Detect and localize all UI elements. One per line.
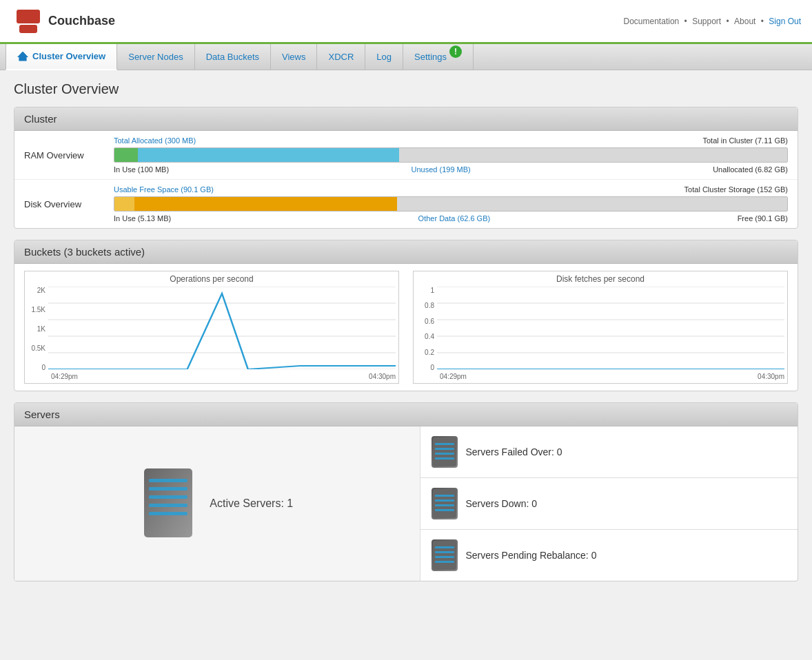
servers-down-text: Servers Down: 0 [466,498,538,509]
ops-y-1k: 1K [28,325,45,333]
disk-overview-label: Disk Overview [24,199,114,209]
ram-bar-footer: In Use (100 MB) Unused (199 MB) Unalloca… [114,165,788,174]
sep3: • [761,17,767,26]
svg-rect-30 [433,541,456,570]
sep1: • [684,17,690,26]
df-y-0-2: 0.2 [416,349,434,356]
disk-overview-row: Disk Overview Usable Free Space (90.1 GB… [14,180,798,228]
ops-chart: Operations per second 2K 1.5K 1K 0.5K 0 [24,271,399,384]
nav-views[interactable]: Views [271,44,317,70]
disk-fetches-chart-svg-wrap [437,287,784,371]
ops-chart-svg-wrap [48,287,396,371]
nav-log-label: Log [376,52,392,62]
documentation-link[interactable]: Documentation [624,17,680,26]
main-content: Cluster Overview Cluster RAM Overview To… [0,70,812,604]
nav-views-label: Views [282,52,305,62]
charts-row: Operations per second 2K 1.5K 1K 0.5K 0 [14,264,798,391]
disk-fetches-chart-svg [437,287,784,369]
ops-y-0: 0 [28,364,45,371]
disk-inuse-label: In Use (5.13 MB) [114,214,171,223]
disk-free-label: Free (90.1 GB) [738,214,788,223]
servers-failed-over-row: Servers Failed Over: 0 [420,426,798,478]
ram-bar-unused [138,148,399,162]
svg-rect-34 [435,561,454,563]
df-x-start: 04:29pm [440,373,467,380]
buckets-section: Buckets (3 buckets active) Operations pe… [14,240,798,391]
disk-fetches-chart-yaxis: 1 0.8 0.6 0.4 0.2 0 [416,287,437,371]
df-y-0-8: 0.8 [416,302,434,309]
nav-data-buckets-label: Data Buckets [206,52,259,62]
disk-fetches-chart: Disk fetches per second 1 0.8 0.6 0.4 0.… [413,271,788,384]
svg-rect-19 [149,512,187,515]
svg-rect-26 [435,495,454,497]
ops-chart-area: 2K 1.5K 1K 0.5K 0 [28,287,396,371]
ram-unallocated-label: Unallocated (6.82 GB) [713,165,788,174]
servers-failed-over-icon [432,436,458,468]
signout-link[interactable]: Sign Out [769,17,801,26]
ops-chart-title: Operations per second [28,274,396,284]
logo-area: Couchbase [11,4,115,39]
servers-pending-label: Servers Pending Rebalance: [466,550,589,561]
svg-rect-29 [435,509,454,511]
ops-x-end: 04:30pm [369,373,396,380]
ram-total-allocated: Total Allocated (300 MB) [114,136,196,145]
servers-pending-text: Servers Pending Rebalance: 0 [466,550,597,561]
nav-server-nodes-label: Server Nodes [128,52,183,62]
nav-cluster-overview[interactable]: Cluster Overview [6,44,117,70]
disk-bar-container [114,196,788,212]
servers-failed-over-value: 0 [557,446,562,457]
logo-text: Couchbase [48,14,115,28]
servers-section: Servers [14,402,798,581]
active-servers-count: 1 [287,497,293,509]
servers-pending-icon [432,539,458,571]
servers-pending-row: Servers Pending Rebalance: 0 [420,530,798,581]
svg-rect-23 [435,453,454,455]
servers-down-value: 0 [531,498,537,509]
svg-rect-32 [435,551,454,553]
disk-bar-footer: In Use (5.13 MB) Other Data (62.6 GB) Fr… [114,214,788,223]
server-small-svg-2 [432,488,458,519]
ops-y-2k: 2K [28,287,45,294]
nav-server-nodes[interactable]: Server Nodes [117,44,194,70]
servers-down-row: Servers Down: 0 [420,478,798,530]
svg-rect-31 [435,546,454,548]
servers-down-label: Servers Down: [466,498,529,509]
active-servers-label: Active Servers: [210,497,284,509]
server-tower-icon [141,465,196,543]
nav-cluster-overview-label: Cluster Overview [32,51,105,61]
server-small-svg-3 [432,539,458,571]
nav-log[interactable]: Log [365,44,403,70]
ram-total-cluster: Total in Cluster (7.11 GB) [703,136,789,145]
server-tower-svg [141,465,196,541]
disk-overview-bars: Usable Free Space (90.1 GB) Total Cluste… [114,185,788,223]
nav-xdcr[interactable]: XDCR [317,44,365,70]
home-icon [17,52,28,61]
nav-settings[interactable]: Settings ! [403,44,474,70]
about-link[interactable]: About [734,17,755,26]
disk-other-label: Other Data (62.6 GB) [418,214,491,223]
svg-rect-0 [17,10,40,23]
servers-down-icon [432,488,458,519]
servers-content: Active Servers: 1 [14,426,798,581]
ram-bar-inuse [114,148,138,162]
df-y-0: 0 [416,364,434,371]
settings-badge: ! [449,45,462,58]
df-y-0-6: 0.6 [416,318,434,325]
main-nav: Cluster Overview Server Nodes Data Bucke… [0,44,812,70]
ops-chart-svg [48,287,396,369]
nav-xdcr-label: XDCR [328,52,354,62]
servers-left: Active Servers: 1 [14,426,420,581]
ram-overview-label: RAM Overview [24,150,114,161]
svg-rect-27 [435,499,454,502]
ram-overview-row: RAM Overview Total Allocated (300 MB) To… [14,131,798,180]
cluster-section: Cluster RAM Overview Total Allocated (30… [14,107,798,229]
ops-y-0-5k: 0.5K [28,344,45,352]
nav-data-buckets[interactable]: Data Buckets [195,44,271,70]
servers-failed-over-text: Servers Failed Over: 0 [466,446,562,457]
top-nav-links: Documentation • Support • About • Sign O… [624,17,801,26]
support-link[interactable]: Support [692,17,721,26]
buckets-section-header: Buckets (3 buckets active) [14,240,798,264]
buckets-section-content: Operations per second 2K 1.5K 1K 0.5K 0 [14,264,798,391]
svg-rect-15 [149,479,187,482]
ram-inuse-label: In Use (100 MB) [114,165,169,174]
